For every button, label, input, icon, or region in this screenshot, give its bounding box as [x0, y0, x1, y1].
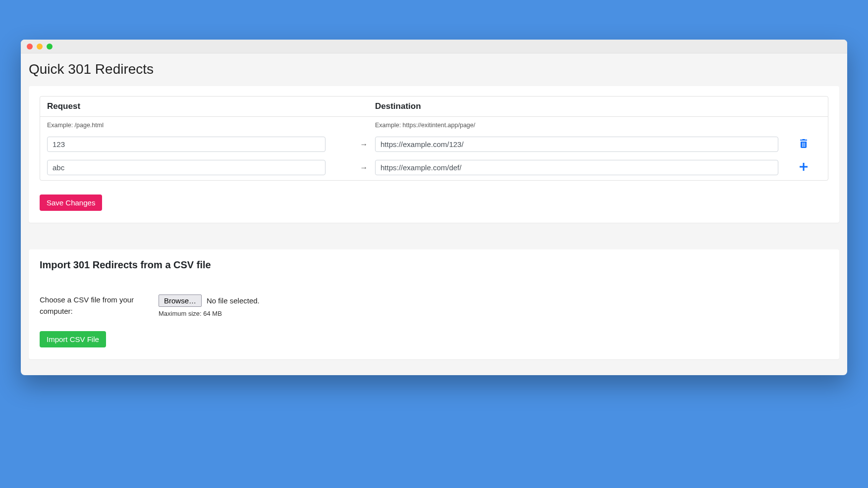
destination-input[interactable]: [375, 160, 778, 175]
import-button[interactable]: Import CSV File: [40, 331, 106, 347]
window-maximize-icon[interactable]: [47, 44, 53, 49]
redirect-row: →: [40, 157, 828, 180]
example-request: Example: /page.html: [47, 122, 353, 129]
request-input[interactable]: [47, 137, 326, 152]
example-destination: Example: https://exitintent.app/page/: [375, 122, 786, 129]
request-input[interactable]: [47, 160, 326, 175]
window-minimize-icon[interactable]: [37, 44, 43, 49]
table-header: Request Destination: [40, 97, 828, 117]
redirects-table: Request Destination Example: /page.html …: [40, 96, 828, 181]
save-button[interactable]: Save Changes: [40, 195, 102, 211]
arrow-icon: →: [353, 163, 375, 172]
header-arrow-spacer: [353, 101, 375, 111]
plus-icon: [800, 163, 808, 171]
window-content: Quick 301 Redirects Request Destination …: [21, 53, 847, 375]
header-action-spacer: [786, 101, 821, 111]
header-destination: Destination: [375, 101, 786, 111]
redirects-panel: Request Destination Example: /page.html …: [29, 86, 839, 223]
delete-row-button[interactable]: [800, 139, 808, 148]
file-label: Choose a CSV file from your computer:: [40, 294, 159, 317]
examples-row: Example: /page.html Example: https://exi…: [40, 117, 828, 134]
trash-icon: [800, 139, 808, 148]
app-window: Quick 301 Redirects Request Destination …: [21, 40, 847, 375]
arrow-icon: →: [353, 140, 375, 149]
browse-button[interactable]: Browse…: [159, 294, 202, 307]
file-control: Browse… No file selected. Maximum size: …: [159, 294, 828, 317]
import-panel: Import 301 Redirects from a CSV file Cho…: [29, 249, 839, 359]
file-status-text: No file selected.: [207, 296, 260, 305]
window-close-icon[interactable]: [27, 44, 33, 49]
file-row: Choose a CSV file from your computer: Br…: [40, 294, 828, 317]
max-size-text: Maximum size: 64 MB: [159, 310, 828, 317]
header-request: Request: [47, 101, 353, 111]
page-title: Quick 301 Redirects: [29, 61, 839, 77]
window-titlebar: [21, 40, 847, 53]
import-title: Import 301 Redirects from a CSV file: [40, 259, 828, 271]
add-row-button[interactable]: [800, 163, 808, 171]
destination-input[interactable]: [375, 137, 778, 152]
redirect-row: →: [40, 134, 828, 157]
